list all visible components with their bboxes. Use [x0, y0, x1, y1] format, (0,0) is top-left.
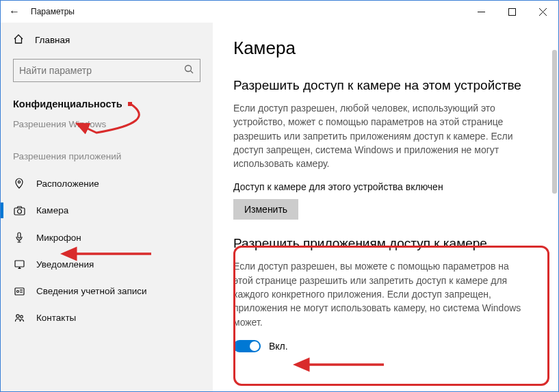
- svg-point-16: [20, 315, 23, 318]
- svg-point-4: [185, 65, 192, 71]
- nav-item-contacts[interactable]: Контакты: [1, 304, 213, 331]
- toggle-label: Вкл.: [269, 341, 288, 352]
- back-button[interactable]: ←: [9, 5, 20, 18]
- titlebar: ← Параметры: [1, 1, 558, 23]
- svg-line-5: [191, 70, 194, 73]
- scrollbar-thumb[interactable]: [552, 50, 557, 194]
- notifications-icon: [13, 259, 25, 270]
- nav-item-camera[interactable]: Камера: [1, 197, 213, 224]
- section-description-2: Если доступ разрешен, вы можете с помощь…: [233, 259, 528, 328]
- nav-item-account-info[interactable]: Сведения учетной записи: [1, 278, 213, 304]
- annotation-marker: [128, 102, 132, 106]
- camera-icon: [13, 206, 25, 215]
- section-description-1: Если доступ разрешен, любой человек, исп…: [233, 101, 528, 170]
- svg-point-8: [17, 209, 21, 213]
- nav-label: Уведомления: [36, 259, 94, 270]
- svg-rect-1: [509, 8, 516, 15]
- home-icon: [13, 34, 24, 47]
- svg-rect-9: [18, 233, 21, 238]
- window-controls: [466, 1, 558, 23]
- section-heading-1: Разрешить доступ к камере на этом устрой…: [233, 78, 538, 93]
- microphone-icon: [13, 232, 25, 243]
- nav-label: Сведения учетной записи: [36, 286, 147, 296]
- nav-item-location[interactable]: Расположение: [1, 170, 213, 197]
- account-info-icon: [13, 286, 25, 296]
- section-label: Конфиденциальность: [1, 93, 213, 115]
- device-access-status: Доступ к камере для этого устройства вкл…: [233, 181, 538, 192]
- svg-point-6: [18, 181, 20, 183]
- nav-label: Камера: [36, 205, 68, 215]
- svg-rect-10: [15, 261, 24, 267]
- group-label: Разрешения приложений: [1, 139, 213, 170]
- section-heading-2: Разрешить приложениям доступ к камере: [233, 236, 538, 251]
- search-input[interactable]: [19, 65, 184, 76]
- sidebar: Главная Конфиденциальность Разрешения Wi…: [1, 23, 213, 391]
- close-button[interactable]: [528, 1, 558, 23]
- minimize-button[interactable]: [466, 1, 497, 23]
- nav-item-microphone[interactable]: Микрофон: [1, 224, 213, 251]
- search-box[interactable]: [13, 59, 200, 82]
- change-button[interactable]: Изменить: [233, 199, 298, 220]
- page-title: Камера: [233, 38, 538, 59]
- location-icon: [13, 178, 25, 189]
- settings-window: ← Параметры Главная Конфиденциальность Р…: [0, 0, 559, 392]
- section-sublabel: Разрешения Windows: [1, 115, 213, 139]
- nav-label: Микрофон: [36, 233, 81, 243]
- home-link[interactable]: Главная: [1, 27, 213, 53]
- window-title: Параметры: [31, 7, 75, 16]
- search-icon: [184, 64, 194, 77]
- content-area: Камера Разрешить доступ к камере на этом…: [213, 23, 558, 391]
- apps-access-toggle-row: Вкл.: [233, 340, 538, 352]
- apps-access-toggle[interactable]: [233, 340, 261, 352]
- nav-label: Контакты: [36, 313, 76, 323]
- svg-point-15: [16, 315, 18, 317]
- contacts-icon: [13, 313, 25, 323]
- nav-item-notifications[interactable]: Уведомления: [1, 251, 213, 278]
- svg-point-12: [16, 291, 18, 293]
- nav-label: Расположение: [36, 179, 99, 189]
- maximize-button[interactable]: [497, 1, 528, 23]
- home-label: Главная: [35, 35, 70, 45]
